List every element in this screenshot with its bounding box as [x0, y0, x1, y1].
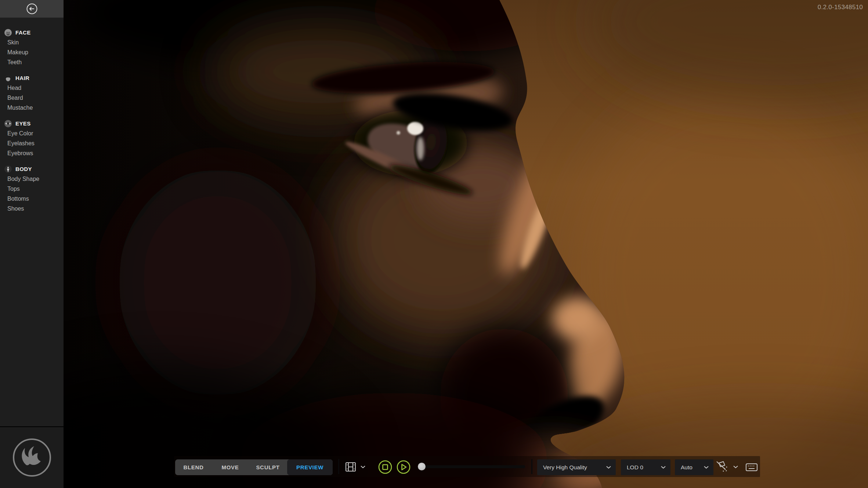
character-viewport[interactable]	[64, 0, 868, 488]
body-icon	[4, 165, 12, 173]
section-header-face: FACE	[0, 28, 64, 37]
section-header-body: BODY	[0, 164, 64, 174]
category-nav: FACE Skin Makeup Teeth HAIR Head Beard	[0, 18, 64, 214]
section-header-eyes: EYES	[0, 119, 64, 128]
section-header-hair: HAIR	[0, 73, 64, 83]
unreal-logo	[11, 437, 53, 478]
sidebar-item-beard[interactable]: Beard	[0, 93, 64, 103]
tab-blend[interactable]: BLEND	[175, 459, 212, 475]
hair-icon	[4, 74, 12, 82]
sidebar-item-bottoms[interactable]: Bottoms	[0, 194, 64, 204]
animation-clip-button[interactable]	[344, 462, 357, 472]
sidebar-item-teeth[interactable]: Teeth	[0, 57, 64, 67]
timeline-track[interactable]	[421, 465, 525, 468]
tab-preview[interactable]: PREVIEW	[287, 459, 333, 475]
chevron-down-icon	[704, 466, 709, 469]
lod-dropdown[interactable]: LOD 0	[621, 459, 670, 475]
section-label: HAIR	[15, 75, 29, 81]
tab-move[interactable]: MOVE	[212, 459, 249, 475]
chevron-down-icon	[606, 466, 611, 469]
toolbar-separator	[338, 459, 339, 474]
sidebar: FACE Skin Makeup Teeth HAIR Head Beard	[0, 0, 64, 488]
viewport-toolbar: BLEND MOVE SCULPT PREVIEW	[174, 456, 760, 477]
keyboard-shortcuts-button[interactable]	[745, 462, 759, 472]
animation-clip-expand-button[interactable]	[359, 465, 366, 469]
stop-button[interactable]	[377, 459, 393, 474]
face-icon	[4, 29, 12, 37]
build-version-label: 0.2.0-15348510	[818, 4, 863, 11]
back-button[interactable]	[25, 2, 39, 15]
metahuman-creator-window: 0.2.0-15348510	[0, 0, 868, 488]
sidebar-item-eyelashes[interactable]: Eyelashes	[0, 138, 64, 148]
nav-section-body: BODY Body Shape Tops Bottoms Shoes	[0, 164, 64, 214]
chevron-down-icon	[360, 465, 366, 469]
eyes-icon	[4, 120, 12, 128]
arrow-back-icon	[26, 3, 38, 15]
stop-icon	[378, 460, 393, 474]
toolbar-separator	[531, 459, 532, 474]
sidebar-footer	[0, 426, 64, 488]
rig-dropdown[interactable]: Auto	[675, 459, 713, 475]
lod-value: LOD 0	[627, 464, 643, 471]
sidebar-item-mustache[interactable]: Mustache	[0, 103, 64, 113]
sidebar-item-shoes[interactable]: Shoes	[0, 204, 64, 214]
nav-section-eyes: EYES Eye Color Eyelashes Eyebrows	[0, 119, 64, 158]
section-label: BODY	[15, 166, 32, 172]
sidebar-item-head[interactable]: Head	[0, 83, 64, 93]
lighting-button[interactable]	[715, 460, 729, 473]
lighting-expand-button[interactable]	[732, 465, 739, 469]
timeline-slider[interactable]	[418, 463, 525, 470]
quality-dropdown[interactable]: Very High Quality	[537, 459, 616, 475]
play-icon	[396, 460, 411, 474]
sidebar-item-skin[interactable]: Skin	[0, 37, 64, 47]
nav-section-hair: HAIR Head Beard Mustache	[0, 73, 64, 113]
section-label: EYES	[15, 120, 31, 127]
film-strip-icon	[345, 462, 356, 472]
mode-tab-group: BLEND MOVE SCULPT PREVIEW	[175, 459, 333, 475]
keyboard-icon	[745, 463, 758, 471]
sidebar-header	[0, 0, 64, 18]
timeline-thumb[interactable]	[418, 463, 426, 470]
section-label: FACE	[15, 29, 31, 36]
rig-value: Auto	[681, 464, 692, 471]
sidebar-item-tops[interactable]: Tops	[0, 184, 64, 194]
chevron-down-icon	[733, 465, 738, 469]
play-button[interactable]	[396, 459, 411, 474]
tab-sculpt[interactable]: SCULPT	[249, 459, 287, 475]
quality-value: Very High Quality	[543, 464, 587, 471]
nav-section-face: FACE Skin Makeup Teeth	[0, 28, 64, 67]
chevron-down-icon	[661, 466, 666, 469]
viewport-render	[64, 0, 868, 488]
sidebar-item-eyebrows[interactable]: Eyebrows	[0, 148, 64, 158]
sidebar-item-eye-color[interactable]: Eye Color	[0, 128, 64, 138]
light-rig-icon	[715, 461, 728, 473]
sidebar-item-makeup[interactable]: Makeup	[0, 47, 64, 57]
sidebar-item-body-shape[interactable]: Body Shape	[0, 174, 64, 184]
